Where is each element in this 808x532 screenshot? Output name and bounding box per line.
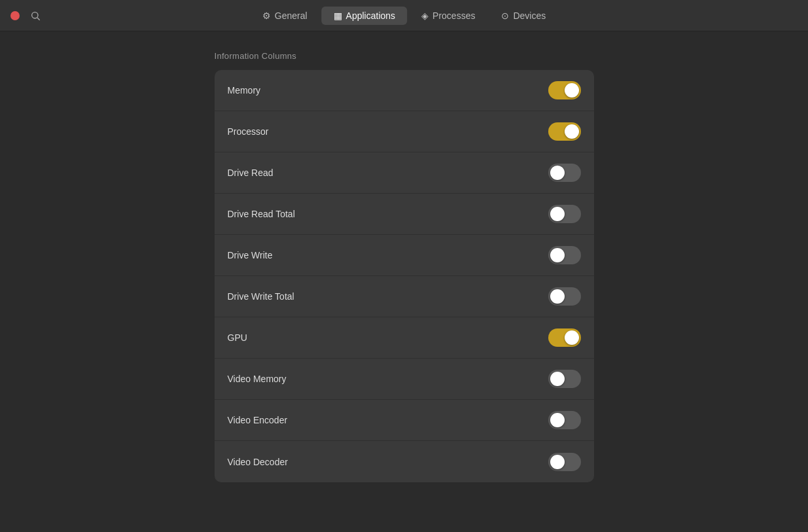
header: ⚙ General ▦ Applications ◈ Processes ⊙ D… xyxy=(0,0,808,31)
search-icon xyxy=(30,10,41,21)
toggle-video-memory[interactable] xyxy=(548,370,581,388)
tab-applications[interactable]: ▦ Applications xyxy=(322,7,408,25)
row-memory-label: Memory xyxy=(228,85,261,96)
toggle-drive-write-total-thumb xyxy=(550,289,565,304)
tab-applications-label: Applications xyxy=(346,10,396,21)
toggle-video-encoder-thumb xyxy=(550,413,565,427)
toggle-video-decoder[interactable] xyxy=(548,453,581,471)
window-controls xyxy=(10,8,43,24)
toggle-memory-thumb xyxy=(565,83,579,98)
row-video-encoder: Video Encoder xyxy=(215,400,594,441)
row-video-encoder-label: Video Encoder xyxy=(228,415,288,425)
toggle-gpu-thumb xyxy=(565,330,579,345)
row-drive-write-total-label: Drive Write Total xyxy=(228,291,294,302)
row-video-decoder: Video Decoder xyxy=(215,441,594,482)
settings-panel: Information Columns Memory Processor xyxy=(215,51,594,482)
toggle-drive-write-total[interactable] xyxy=(548,287,581,306)
row-drive-read: Drive Read xyxy=(215,152,594,194)
devices-tab-icon: ⊙ xyxy=(501,10,509,21)
tab-processes[interactable]: ◈ Processes xyxy=(410,7,487,25)
toggle-drive-write-thumb xyxy=(550,248,565,262)
processes-tab-icon: ◈ xyxy=(421,10,429,21)
tab-processes-label: Processes xyxy=(432,10,475,21)
tab-general-label: General xyxy=(275,10,307,21)
row-gpu: GPU xyxy=(215,317,594,359)
applications-tab-icon: ▦ xyxy=(334,10,342,21)
main-content: Information Columns Memory Processor xyxy=(0,31,808,502)
toggle-processor-thumb xyxy=(565,124,579,139)
toggle-video-memory-thumb xyxy=(550,372,565,386)
row-memory: Memory xyxy=(215,70,594,111)
settings-list: Memory Processor Drive Read xyxy=(215,70,594,482)
tab-devices-label: Devices xyxy=(513,10,546,21)
row-drive-read-total-label: Drive Read Total xyxy=(228,209,295,219)
toggle-drive-write[interactable] xyxy=(548,246,581,264)
close-button[interactable] xyxy=(10,11,20,20)
toggle-memory[interactable] xyxy=(548,81,581,99)
row-drive-read-label: Drive Read xyxy=(228,168,273,178)
row-processor: Processor xyxy=(215,111,594,152)
row-drive-write-label: Drive Write xyxy=(228,250,273,260)
svg-point-0 xyxy=(32,12,38,18)
svg-line-1 xyxy=(37,18,40,20)
search-button[interactable] xyxy=(27,8,43,24)
tab-bar: ⚙ General ▦ Applications ◈ Processes ⊙ D… xyxy=(251,7,557,25)
toggle-drive-read-total[interactable] xyxy=(548,205,581,223)
row-video-memory-label: Video Memory xyxy=(228,374,287,384)
toggle-drive-read[interactable] xyxy=(548,164,581,182)
row-drive-write-total: Drive Write Total xyxy=(215,276,594,317)
row-video-decoder-label: Video Decoder xyxy=(228,457,288,467)
toggle-video-encoder[interactable] xyxy=(548,411,581,429)
toggle-processor[interactable] xyxy=(548,122,581,141)
row-gpu-label: GPU xyxy=(228,332,247,343)
toggle-gpu[interactable] xyxy=(548,328,581,347)
tab-general[interactable]: ⚙ General xyxy=(251,7,319,25)
row-drive-write: Drive Write xyxy=(215,235,594,276)
toggle-drive-read-thumb xyxy=(550,166,565,180)
row-drive-read-total: Drive Read Total xyxy=(215,194,594,235)
section-title: Information Columns xyxy=(215,51,594,61)
toggle-drive-read-total-thumb xyxy=(550,207,565,221)
row-video-memory: Video Memory xyxy=(215,359,594,400)
general-tab-icon: ⚙ xyxy=(262,10,271,21)
toggle-video-decoder-thumb xyxy=(550,455,565,469)
row-processor-label: Processor xyxy=(228,126,269,137)
tab-devices[interactable]: ⊙ Devices xyxy=(489,7,557,25)
